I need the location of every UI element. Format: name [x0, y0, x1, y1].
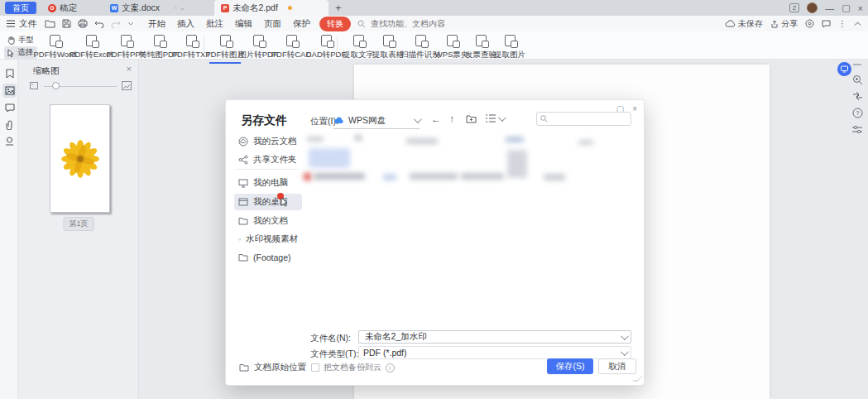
- toolbar-button-pdf-to-txt[interactable]: PDF转TXT: [172, 35, 210, 60]
- filename-label: 文件名(N):: [310, 333, 351, 344]
- filetype-dropdown[interactable]: PDF (*.pdf): [358, 346, 631, 359]
- hamburger-icon: [7, 20, 15, 27]
- bookmark-panel-icon[interactable]: [2, 66, 17, 80]
- wps-cloud-icon: [333, 117, 344, 124]
- toolbar-button-pdf-to-word[interactable]: PDF转Word: [36, 35, 74, 60]
- cancel-button[interactable]: 取消: [598, 358, 636, 374]
- toolbar-button-pdf-to-cad[interactable]: PDF转CAD: [272, 35, 310, 60]
- menu-item-edit[interactable]: 编辑: [229, 18, 258, 30]
- thumbnail-panel-icon[interactable]: [2, 84, 17, 98]
- dialog-close-icon[interactable]: ×: [632, 104, 637, 113]
- sidebar-item-shared-folder[interactable]: 共享文件夹: [234, 151, 302, 168]
- file-menu[interactable]: 文件: [7, 18, 36, 30]
- original-location-button[interactable]: 文档原始位置: [239, 362, 306, 373]
- redo-icon[interactable]: [111, 20, 121, 28]
- view-settings-icon[interactable]: [851, 123, 864, 136]
- location-dropdown[interactable]: WPS网盘: [333, 113, 420, 129]
- close-panel-icon[interactable]: ×: [127, 64, 132, 74]
- more-menu-icon[interactable]: ⋮: [838, 19, 846, 28]
- menu-item-protect[interactable]: 保护: [287, 18, 316, 30]
- collapse-ribbon-icon[interactable]: [854, 22, 861, 26]
- toolbar-more-chevron-icon[interactable]: [127, 22, 134, 26]
- tab-pdf-active[interactable]: P 未命名2.pdf: [214, 0, 328, 16]
- thumb-zoom-slider-knob[interactable]: [52, 82, 60, 89]
- dialog-resize-handle[interactable]: [632, 376, 643, 381]
- new-folder-button[interactable]: [466, 114, 477, 123]
- tab-menu-chevron-icon[interactable]: ⌄: [180, 4, 185, 12]
- dialog-search-input[interactable]: [550, 113, 625, 124]
- comment-panel-icon[interactable]: [2, 101, 17, 115]
- dialog-search-box[interactable]: [536, 112, 631, 126]
- sidebar-item-my-documents[interactable]: 我的文档: [234, 213, 302, 229]
- filetype-value: PDF (*.pdf): [363, 348, 407, 358]
- pdf-to-word-icon: [50, 35, 60, 46]
- function-search-input[interactable]: [369, 18, 448, 29]
- share-icon: [770, 20, 779, 28]
- zoom-in-thumb-icon[interactable]: [122, 81, 132, 90]
- maximize-button[interactable]: ▢: [842, 2, 850, 13]
- hand-tool-button[interactable]: 手型: [4, 34, 37, 46]
- menu-item-start[interactable]: 开始: [142, 18, 171, 30]
- save-button[interactable]: 保存(S): [547, 358, 593, 374]
- save-icon[interactable]: [62, 19, 71, 28]
- menu-item-convert-active[interactable]: 转换: [319, 17, 351, 31]
- sidebar-item-cloud-docs[interactable]: 我的云文档: [234, 133, 302, 150]
- select-tool-label: 选择: [17, 47, 33, 58]
- menu-item-comment[interactable]: 批注: [200, 18, 229, 30]
- seal-panel-icon[interactable]: [2, 134, 17, 148]
- sidebar-item-label: 我的电脑: [253, 177, 288, 189]
- tab-docx[interactable]: W 文案.docx ▫⌄: [103, 0, 209, 16]
- share-button[interactable]: 分享: [770, 18, 798, 30]
- page-navigation-icon[interactable]: [851, 89, 864, 103]
- cancel-button-label: 取消: [609, 361, 626, 373]
- close-button[interactable]: ×: [858, 3, 863, 13]
- zoom-out-thumb-icon[interactable]: [30, 82, 38, 89]
- sidebar-item-my-desktop-selected[interactable]: 我的桌面: [234, 194, 302, 210]
- wps-assistant-button[interactable]: [837, 62, 851, 76]
- print-icon[interactable]: [78, 19, 88, 28]
- sidebar-item-footage[interactable]: (Footage): [234, 249, 302, 266]
- sidebar-item-watermark-assets[interactable]: 水印视频素材: [234, 231, 302, 248]
- tab-home[interactable]: 首页: [5, 2, 36, 14]
- function-search[interactable]: [357, 18, 448, 29]
- member-badge-icon[interactable]: [805, 19, 814, 28]
- new-tab-button[interactable]: +: [335, 2, 342, 14]
- select-tool-button[interactable]: 选择: [4, 46, 37, 59]
- undo-icon[interactable]: [94, 20, 104, 28]
- minimize-button[interactable]: —: [825, 3, 834, 13]
- backup-checkbox[interactable]: [311, 363, 319, 372]
- invoice-folder-icon: [447, 35, 458, 46]
- backup-to-cloud-option[interactable]: 把文档备份到云 i: [311, 362, 395, 373]
- menu-item-page[interactable]: 页面: [258, 18, 287, 30]
- pdf-to-picture-icon: [220, 35, 231, 46]
- tab-pdf-label: 未命名2.pdf: [233, 2, 278, 14]
- open-folder-icon[interactable]: [45, 19, 55, 28]
- toolbar-button-extract-picture[interactable]: 提取图片: [491, 35, 529, 60]
- feedback-icon[interactable]: [822, 20, 831, 28]
- window-count-badge[interactable]: 2: [789, 3, 799, 12]
- page-1-thumbnail[interactable]: [50, 104, 110, 213]
- back-button[interactable]: ←: [431, 113, 441, 125]
- filename-input[interactable]: [363, 331, 621, 343]
- toolbar-button-pdf-to-excel[interactable]: PDF转Excel: [72, 35, 110, 60]
- info-icon[interactable]: i: [386, 363, 395, 373]
- sidebar-item-my-computer[interactable]: 我的电脑: [234, 175, 302, 191]
- sidebar-item-label: 水印视频素材: [246, 233, 298, 245]
- search-icon: [357, 20, 366, 28]
- filename-combo[interactable]: [358, 330, 631, 344]
- attachment-panel-icon[interactable]: [2, 118, 17, 132]
- folder-icon: [239, 363, 249, 372]
- tab-docx-label: 文案.docx: [122, 2, 160, 14]
- zoom-tools-icon[interactable]: [851, 73, 864, 86]
- help-icon[interactable]: ?: [851, 106, 864, 119]
- tab-pin-icon[interactable]: ▫: [175, 4, 177, 12]
- extract-table-icon: [383, 35, 394, 46]
- tab-gaoding[interactable]: G 稿定: [41, 0, 84, 16]
- share-label: 分享: [781, 18, 798, 30]
- menu-item-insert[interactable]: 插入: [171, 18, 200, 30]
- save-button-label: 保存(S): [556, 361, 585, 373]
- unsaved-status[interactable]: 未保存: [725, 18, 763, 30]
- view-mode-dropdown[interactable]: [486, 114, 504, 123]
- up-button[interactable]: ↑: [449, 113, 454, 125]
- user-avatar[interactable]: [807, 2, 818, 13]
